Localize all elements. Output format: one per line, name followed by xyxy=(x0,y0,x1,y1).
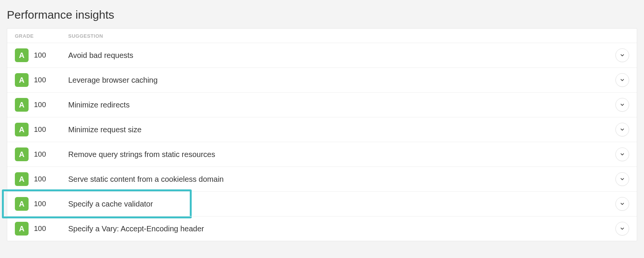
chevron-down-icon xyxy=(620,127,625,132)
grade-cell: A100 xyxy=(15,197,68,211)
grade-score: 100 xyxy=(34,101,46,109)
grade-badge: A xyxy=(15,197,29,211)
suggestion-text: Leverage browser caching xyxy=(68,76,615,85)
chevron-down-icon xyxy=(620,201,625,207)
chevron-down-icon xyxy=(620,152,625,157)
grade-score: 100 xyxy=(34,125,46,134)
grade-cell: A100 xyxy=(15,147,68,161)
expand-button[interactable] xyxy=(615,222,629,236)
grade-cell: A100 xyxy=(15,123,68,136)
chevron-down-icon xyxy=(620,176,625,182)
grade-cell: A100 xyxy=(15,172,68,186)
insight-row[interactable]: A100Minimize request size xyxy=(7,117,637,142)
grade-badge: A xyxy=(15,123,29,136)
grade-score: 100 xyxy=(34,200,46,208)
expand-button[interactable] xyxy=(615,197,629,211)
expand-button[interactable] xyxy=(615,73,629,87)
suggestion-text: Specify a cache validator xyxy=(68,200,615,208)
expand-button[interactable] xyxy=(615,48,629,62)
insights-panel: GRADE SUGGESTION A100Avoid bad requestsA… xyxy=(7,28,637,241)
insight-row[interactable]: A100Serve static content from a cookiele… xyxy=(7,167,637,191)
expand-button[interactable] xyxy=(615,98,629,112)
suggestion-text: Remove query strings from static resourc… xyxy=(68,150,615,159)
insight-row[interactable]: A100Specify a Vary: Accept-Encoding head… xyxy=(7,216,637,241)
grade-cell: A100 xyxy=(15,222,68,236)
expand-button[interactable] xyxy=(615,123,629,136)
grade-badge: A xyxy=(15,147,29,161)
grade-badge: A xyxy=(15,172,29,186)
grade-score: 100 xyxy=(34,224,46,233)
grade-score: 100 xyxy=(34,51,46,59)
chevron-down-icon xyxy=(620,77,625,83)
grade-score: 100 xyxy=(34,175,46,183)
suggestion-text: Minimize redirects xyxy=(68,101,615,109)
expand-button[interactable] xyxy=(615,147,629,161)
grade-badge: A xyxy=(15,222,29,236)
page-title: Performance insights xyxy=(7,8,637,21)
grade-score: 100 xyxy=(34,150,46,159)
suggestion-text: Avoid bad requests xyxy=(68,51,615,60)
grade-cell: A100 xyxy=(15,98,68,112)
insight-row[interactable]: A100Minimize redirects xyxy=(7,92,637,117)
grade-score: 100 xyxy=(34,76,46,84)
chevron-down-icon xyxy=(620,226,625,231)
insight-row[interactable]: A100Avoid bad requests xyxy=(7,43,637,67)
insight-row[interactable]: A100Remove query strings from static res… xyxy=(7,142,637,167)
expand-button[interactable] xyxy=(615,172,629,186)
suggestion-text: Serve static content from a cookieless d… xyxy=(68,175,615,184)
grade-badge: A xyxy=(15,48,29,62)
suggestion-text: Minimize request size xyxy=(68,125,615,134)
table-header: GRADE SUGGESTION xyxy=(7,29,637,43)
insight-row[interactable]: A100Leverage browser caching xyxy=(7,67,637,92)
grade-badge: A xyxy=(15,73,29,87)
column-header-grade: GRADE xyxy=(15,33,68,39)
suggestion-text: Specify a Vary: Accept-Encoding header xyxy=(68,224,615,233)
chevron-down-icon xyxy=(620,53,625,58)
chevron-down-icon xyxy=(620,102,625,107)
grade-cell: A100 xyxy=(15,48,68,62)
grade-cell: A100 xyxy=(15,73,68,87)
insight-row[interactable]: A100Specify a cache validator xyxy=(7,191,637,216)
grade-badge: A xyxy=(15,98,29,112)
column-header-suggestion: SUGGESTION xyxy=(68,33,629,39)
